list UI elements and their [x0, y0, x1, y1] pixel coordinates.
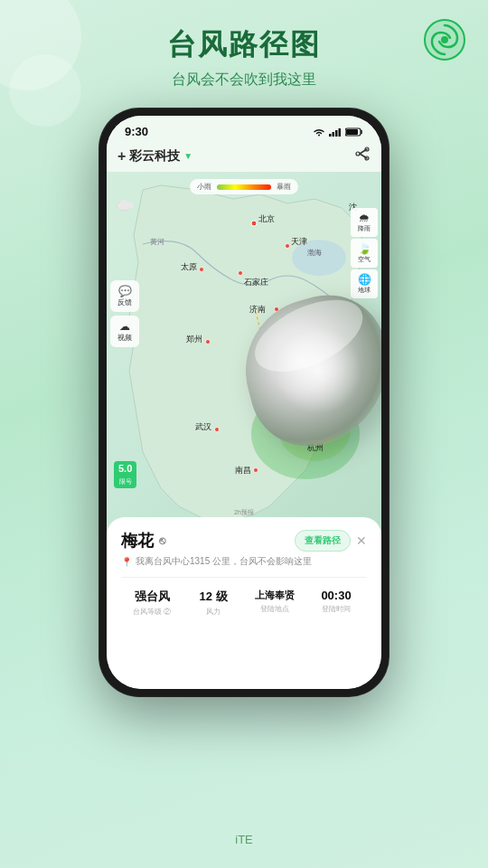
stat-grade: 强台风 台风等级 ②: [121, 585, 183, 620]
plus-icon: +: [117, 148, 126, 165]
speed-label: 限号: [119, 478, 132, 485]
legend-bar: 小雨 暴雨: [190, 179, 298, 194]
phone-mockup: 9:30: [99, 108, 389, 696]
phone-frame: 9:30: [99, 108, 389, 696]
feedback-button[interactable]: 💬 反馈: [110, 280, 139, 312]
close-button[interactable]: ✕: [356, 533, 367, 548]
air-button[interactable]: 🍃 空气: [351, 239, 378, 268]
side-panel: 🌧 降雨 🍃 空气 🌐 地球: [351, 208, 378, 298]
svg-rect-4: [333, 132, 335, 137]
svg-point-56: [123, 202, 134, 209]
stat-grade-label: 台风等级 ②: [121, 607, 183, 617]
stat-wind-value: 12 级: [183, 589, 244, 605]
svg-point-23: [251, 221, 257, 226]
app-header: + 彩云科技 ▼: [107, 142, 381, 172]
stat-grade-value: 强台风: [121, 589, 183, 605]
phone-screen: 9:30: [107, 116, 381, 689]
location-pin-icon: 📍: [121, 557, 132, 567]
svg-text:南昌: 南昌: [235, 466, 251, 475]
stat-landing-place: 上海奉贤 登陆地点: [244, 585, 305, 620]
globe-button[interactable]: 🌐 地球: [351, 269, 378, 298]
left-panel: 💬 反馈 ☁ 视频: [110, 280, 139, 347]
stat-landing-label: 登陆地点: [244, 604, 305, 614]
feedback-label: 反馈: [116, 297, 134, 307]
forecast-label: 2h预报: [234, 508, 254, 517]
header: 台风路径图 台风会不会吹到我这里: [0, 0, 488, 90]
page-subtitle: 台风会不会吹到我这里: [0, 71, 488, 90]
video-icon: ☁: [119, 320, 130, 333]
stat-time-label: 登陆时间: [305, 604, 367, 614]
typhoon-name: 梅花 ⎋: [121, 530, 165, 552]
svg-point-32: [215, 428, 220, 432]
legend-max-label: 暴雨: [277, 182, 291, 192]
video-button[interactable]: ☁ 视频: [110, 316, 139, 347]
svg-point-28: [206, 340, 211, 344]
rain-icon: 🌧: [355, 212, 373, 224]
map-area[interactable]: 北京 天津 渤海 沈 石家庄 太原 济南 郑州 合肥 南京 上海 武汉 杭州 南…: [107, 172, 381, 552]
signal-icon: [329, 127, 342, 137]
status-bar: 9:30: [107, 116, 381, 142]
svg-text:黄河: 黄河: [150, 238, 164, 246]
app-header-left[interactable]: + 彩云科技 ▼: [117, 148, 192, 165]
leaf-icon: 🍃: [355, 242, 373, 255]
svg-text:北京: 北京: [258, 214, 275, 223]
wifi-icon: [313, 127, 325, 137]
speed-badge: 5.0 限号: [114, 461, 136, 488]
info-stats: 强台风 台风等级 ② 12 级 风力 上海奉贤 登陆地点: [121, 577, 367, 620]
info-description: 📍 我离台风中心1315 公里，台风不会影响这里: [121, 555, 367, 568]
share-icon[interactable]: [354, 146, 371, 166]
cloud-logo: [116, 197, 136, 214]
stat-wind-label: 风力: [183, 607, 244, 617]
svg-rect-3: [329, 134, 332, 137]
svg-text:郑州: 郑州: [186, 335, 202, 344]
info-share-icon[interactable]: ⎋: [159, 534, 165, 547]
svg-text:天津: 天津: [291, 237, 307, 246]
route-button[interactable]: 查看路径: [295, 530, 351, 552]
location-verified-icon: ▼: [183, 151, 192, 161]
video-label: 视频: [116, 333, 134, 343]
typhoon-info-panel: 梅花 ⎋ 查看路径 ✕ 📍 我离台风中心1315 公里，台风不会影响这里 强台风: [107, 517, 381, 689]
location-name: 彩云科技: [129, 148, 180, 165]
info-header: 梅花 ⎋ 查看路径 ✕: [121, 530, 367, 552]
svg-point-25: [239, 271, 243, 276]
stat-time: 00:30 登陆时间: [305, 585, 367, 620]
svg-text:渤海: 渤海: [307, 249, 322, 257]
stat-landing-value: 上海奉贤: [244, 589, 305, 602]
svg-point-26: [200, 268, 204, 272]
bottom-watermark: iTE: [235, 833, 253, 846]
legend-gradient: [217, 184, 271, 190]
rain-button[interactable]: 🌧 降雨: [351, 208, 378, 237]
svg-text:武汉: 武汉: [195, 422, 211, 431]
speed-value: 5.0: [118, 463, 132, 474]
air-label: 空气: [358, 256, 371, 262]
svg-rect-5: [335, 130, 338, 137]
svg-point-24: [286, 244, 290, 249]
stat-wind: 12 级 风力: [183, 585, 244, 620]
svg-rect-8: [346, 129, 358, 135]
feedback-icon: 💬: [118, 285, 132, 297]
svg-text:石家庄: 石家庄: [244, 278, 268, 287]
svg-rect-6: [339, 128, 342, 137]
stat-time-value: 00:30: [305, 589, 367, 602]
info-actions: 查看路径 ✕: [295, 530, 367, 552]
svg-point-34: [254, 468, 258, 473]
globe-label: 地球: [358, 287, 371, 293]
page-title: 台风路径图: [0, 25, 488, 65]
legend-min-label: 小雨: [197, 182, 211, 192]
svg-text:太原: 太原: [181, 262, 197, 271]
status-icons: [313, 127, 363, 137]
status-time: 9:30: [125, 125, 148, 138]
globe-icon: 🌐: [355, 273, 373, 286]
typhoon-3d-visual: [246, 298, 381, 443]
typhoon-swirl: [230, 282, 381, 459]
battery-icon: [345, 127, 363, 137]
rain-label: 降雨: [358, 225, 371, 231]
